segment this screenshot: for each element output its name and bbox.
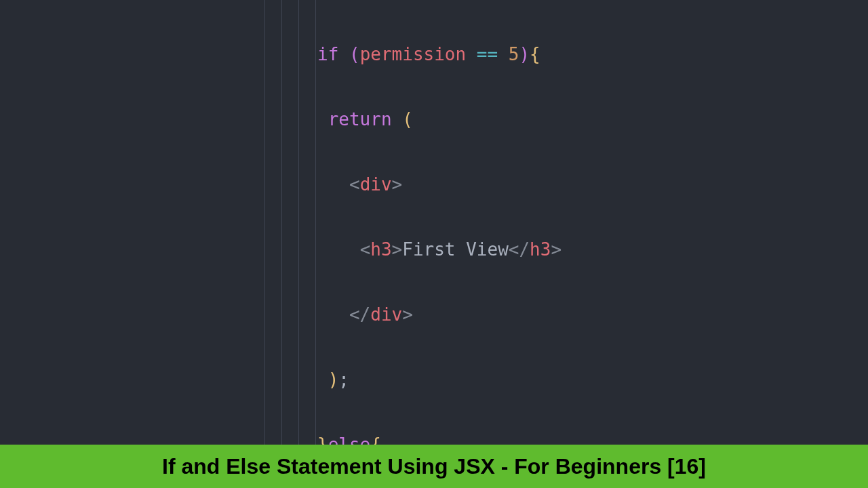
angle-bracket: < [360,239,371,260]
indent-guide [281,0,282,445]
keyword-if: if [317,44,338,64]
number-literal: 5 [509,44,519,64]
paren: ( [402,109,413,129]
jsx-tag: h3 [530,239,551,260]
angle-bracket: > [392,239,403,260]
jsx-tag: div [360,174,392,195]
angle-bracket: > [392,174,403,195]
jsx-tag: div [370,304,402,325]
title-banner: If and Else Statement Using JSX - For Be… [0,445,868,488]
indent-guide [298,0,299,445]
jsx-text: First View [402,239,509,260]
code-line: return ( [317,103,868,136]
angle-bracket: < [349,174,360,195]
angle-bracket: </ [509,239,530,260]
code-editor: if (permission == 5){ return ( <div> <h3… [0,0,868,445]
variable: permission [360,44,467,64]
angle-bracket: </ [349,304,370,325]
code-line: </div> [317,298,868,331]
brace: { [530,44,540,64]
paren: ) [519,44,530,64]
operator: == [477,44,498,64]
paren: ( [349,44,360,64]
indent-guide [315,0,316,445]
angle-bracket: > [402,304,413,325]
banner-title: If and Else Statement Using JSX - For Be… [162,454,706,479]
code-line: <div> [317,168,868,201]
semicolon: ; [338,369,349,390]
paren: ) [328,369,339,390]
code-block: if (permission == 5){ return ( <div> <h3… [317,5,868,488]
keyword-return: return [328,109,392,129]
angle-bracket: > [551,239,561,260]
jsx-tag: h3 [370,239,391,260]
code-line: if (permission == 5){ [317,38,868,70]
indent-guide [264,0,265,445]
code-line: ); [317,363,868,396]
code-line: <h3>First View</h3> [317,233,868,266]
